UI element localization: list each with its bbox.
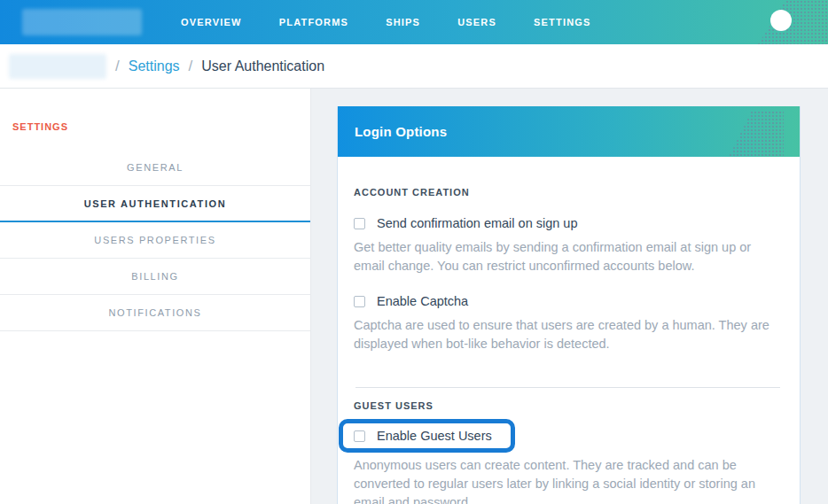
section-heading-guest-users: GUEST USERS bbox=[354, 400, 782, 411]
send-confirmation-email-checkbox[interactable] bbox=[354, 218, 365, 229]
nav-item-overview[interactable]: OVERVIEW bbox=[181, 17, 242, 27]
sidebar-menu: GENERAL USER AUTHENTICATION USERS PROPER… bbox=[0, 150, 310, 331]
breadcrumb-separator: / bbox=[189, 58, 193, 75]
login-options-panel: Login Options ACCOUNT CREATION Send conf… bbox=[337, 106, 801, 504]
decorative-dot-pattern bbox=[729, 111, 784, 157]
sidebar-heading: SETTINGS bbox=[0, 89, 310, 132]
breadcrumb-current-page: User Authentication bbox=[201, 58, 324, 74]
avatar[interactable] bbox=[770, 10, 792, 31]
nav-links: OVERVIEW PLATFORMS SHIPS USERS SETTINGS bbox=[181, 17, 591, 27]
breadcrumb-app-name-blurred[interactable] bbox=[9, 54, 106, 79]
sidebar-item-general[interactable]: GENERAL bbox=[0, 150, 310, 186]
nav-item-settings[interactable]: SETTINGS bbox=[534, 17, 591, 27]
option-label: Send confirmation email on sign up bbox=[377, 216, 578, 230]
option-description: Anonymous users can create content. They… bbox=[354, 456, 782, 504]
section-divider bbox=[355, 387, 780, 388]
panel-header: Login Options bbox=[338, 106, 800, 157]
nav-item-ships[interactable]: SHIPS bbox=[386, 17, 420, 27]
option-label: Enable Guest Users bbox=[377, 429, 492, 443]
section-heading-account-creation: ACCOUNT CREATION bbox=[354, 187, 782, 198]
sidebar-item-user-authentication[interactable]: USER AUTHENTICATION bbox=[0, 186, 310, 222]
sidebar-item-billing[interactable]: BILLING bbox=[0, 259, 310, 295]
sidebar-item-users-properties[interactable]: USERS PROPERTIES bbox=[0, 222, 310, 259]
breadcrumb: / Settings / User Authentication bbox=[0, 44, 828, 89]
main-content: SETTINGS GENERAL USER AUTHENTICATION USE… bbox=[0, 89, 828, 504]
option-enable-guest-users[interactable]: Enable Guest Users bbox=[354, 429, 492, 443]
settings-sidebar: SETTINGS GENERAL USER AUTHENTICATION USE… bbox=[0, 89, 311, 504]
panel-body: ACCOUNT CREATION Send confirmation email… bbox=[338, 157, 800, 504]
top-nav: OVERVIEW PLATFORMS SHIPS USERS SETTINGS bbox=[0, 0, 828, 44]
enable-captcha-checkbox[interactable] bbox=[354, 296, 365, 307]
option-enable-captcha[interactable]: Enable Captcha bbox=[354, 294, 782, 308]
enable-guest-users-checkbox[interactable] bbox=[354, 430, 365, 442]
panel-title: Login Options bbox=[355, 124, 447, 139]
app-logo[interactable] bbox=[22, 9, 142, 35]
nav-item-users[interactable]: USERS bbox=[457, 17, 496, 27]
option-description: Captcha are used to ensure that users ar… bbox=[354, 316, 782, 353]
option-label: Enable Captcha bbox=[377, 294, 468, 308]
nav-item-platforms[interactable]: PLATFORMS bbox=[279, 17, 348, 27]
highlight-ring: Enable Guest Users bbox=[339, 419, 515, 453]
option-send-confirmation-email[interactable]: Send confirmation email on sign up bbox=[354, 216, 782, 230]
breadcrumb-settings-link[interactable]: Settings bbox=[129, 58, 180, 74]
breadcrumb-separator: / bbox=[115, 58, 120, 75]
sidebar-item-notifications[interactable]: NOTIFICATIONS bbox=[0, 295, 310, 331]
option-description: Get better quality emails by sending a c… bbox=[354, 238, 782, 275]
